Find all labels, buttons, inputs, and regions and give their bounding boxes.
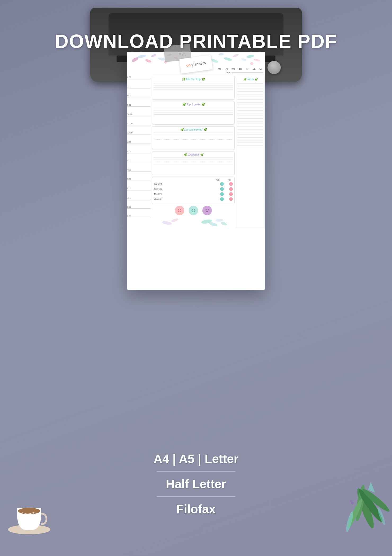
lesson-label: Lesson learned: [184, 128, 202, 131]
todo-label: To do: [247, 78, 254, 81]
lesson-leaf-left: 🌿: [180, 128, 183, 131]
mood-happy: [175, 206, 184, 215]
format-section: A4 | A5 | Letter Half Letter Filofax: [0, 452, 392, 516]
time-label-5pm: 5:00: [127, 178, 151, 180]
date-label: Date:: [225, 71, 230, 74]
todo-leaf-right: 🌿: [255, 78, 257, 81]
time-label-2pm: 2:00: [127, 150, 151, 153]
schedule-column: 6:00 7:00 8:00 9:: [127, 76, 151, 228]
svg-point-35: [205, 210, 206, 211]
habit-water-label: 10c h2o: [154, 193, 217, 195]
svg-point-32: [204, 207, 211, 214]
svg-point-42: [171, 218, 179, 223]
time-line: [127, 125, 151, 125]
habit-row-eat: Eat well: [154, 182, 233, 186]
time-slot-5pm: 5:00: [127, 178, 151, 187]
format-half-letter: Half Letter: [166, 477, 226, 491]
time-line: [127, 106, 151, 107]
habit-eat-no: [229, 182, 233, 186]
time-slot-8: 8:00: [127, 95, 151, 104]
time-gap: [127, 108, 151, 113]
time-label-9pm: 9:00: [127, 215, 151, 217]
paper-inner: Mo Tu We Th Fr Sa Su Date: 6:00: [127, 52, 265, 228]
habit-water-no: [229, 192, 233, 196]
day-we: We: [231, 68, 236, 70]
time-line: [127, 218, 151, 218]
top3-label: Top 3 goals: [186, 103, 200, 106]
habit-tracker: Yes No Eat well Exercise: [152, 177, 235, 204]
time-slot-9pm: 9:00: [127, 215, 151, 218]
time-line: [127, 199, 151, 199]
svg-point-40: [220, 221, 227, 226]
habit-eat-circles: [217, 182, 233, 186]
logo-brand: on: [186, 63, 191, 68]
time-label-10am: 10:00: [127, 113, 151, 115]
mood-sad: [202, 206, 212, 215]
time-dotted: [127, 181, 151, 181]
habit-exercise-no: [229, 187, 233, 191]
eat-frog-content: [154, 82, 233, 98]
time-gap: [127, 99, 151, 104]
habit-vitamins-label: Vitamins: [154, 198, 217, 200]
time-slot-7pm: 7:00: [127, 196, 151, 206]
eat-frog-leaf-right: 🌿: [202, 78, 205, 81]
time-slot-1pm: 1:00: [127, 141, 151, 150]
time-slot-9: 9:00: [127, 104, 151, 113]
format-divider-1: [156, 471, 236, 472]
habit-water-yes: [220, 192, 224, 196]
svg-point-41: [162, 221, 172, 225]
format-a4-a5-letter: A4 | A5 | Letter: [154, 452, 239, 466]
time-slot-10: 10:00: [127, 113, 151, 122]
date-row: Date:: [127, 71, 265, 74]
time-dotted: [127, 135, 151, 135]
yes-label: Yes: [215, 178, 220, 181]
middle-column: 🌿 Eat that frog 🌿 🌿: [152, 76, 235, 228]
time-label-6am: 6:00: [127, 76, 151, 78]
time-slot-12: 12:00: [127, 132, 151, 141]
time-gap: [127, 145, 151, 150]
time-line: [127, 208, 151, 209]
svg-point-30: [191, 210, 193, 211]
time-slot-2pm: 2:00: [127, 150, 151, 159]
time-slot-7: 7:00: [127, 85, 151, 95]
floral-decoration-bottom: [152, 216, 235, 227]
time-slot-6pm: 6:00: [127, 187, 151, 196]
habit-vitamins-yes: [220, 197, 224, 201]
time-line: [127, 162, 151, 162]
eat-frog-section: 🌿 Eat that frog 🌿: [152, 76, 235, 100]
format-divider-2: [156, 496, 236, 497]
gratitude-title: 🌿 Gratitude 🌿: [154, 153, 233, 156]
time-dotted: [127, 209, 151, 209]
time-dotted: [127, 144, 151, 144]
time-label-3pm: 3:00: [127, 159, 151, 162]
svg-point-31: [194, 210, 196, 211]
habit-row-exercise: Exercise: [154, 187, 233, 191]
time-line: [127, 134, 151, 134]
time-gap: [127, 155, 151, 159]
time-label-8am: 8:00: [127, 95, 151, 97]
date-line: [231, 73, 263, 73]
time-gap: [127, 201, 151, 206]
time-label-1pm: 1:00: [127, 141, 151, 143]
time-gap: [127, 90, 151, 95]
todo-leaf-left: 🌿: [243, 78, 246, 81]
time-slot-11: 11:00: [127, 122, 151, 132]
gratitude-content: [154, 157, 233, 173]
logo: on planners: [186, 61, 206, 68]
mood-neutral: [189, 206, 198, 215]
day-th: Th: [238, 68, 243, 70]
top3-section: 🌿 Top 3 goals 🌿: [152, 101, 235, 125]
svg-point-22: [176, 207, 183, 214]
time-gap: [127, 192, 151, 196]
time-dotted: [127, 88, 151, 89]
time-gap: [127, 80, 151, 85]
time-label-4pm: 4:00: [127, 169, 151, 171]
svg-point-39: [216, 219, 223, 222]
habit-vitamins-no: [229, 197, 233, 201]
time-dotted: [127, 79, 151, 79]
top3-title: 🌿 Top 3 goals 🌿: [154, 103, 233, 106]
time-dotted: [127, 116, 151, 116]
habit-header: Yes No: [154, 178, 233, 181]
gratitude-label: Gratitude: [188, 153, 199, 156]
eat-frog-label: Eat that frog: [186, 78, 201, 81]
